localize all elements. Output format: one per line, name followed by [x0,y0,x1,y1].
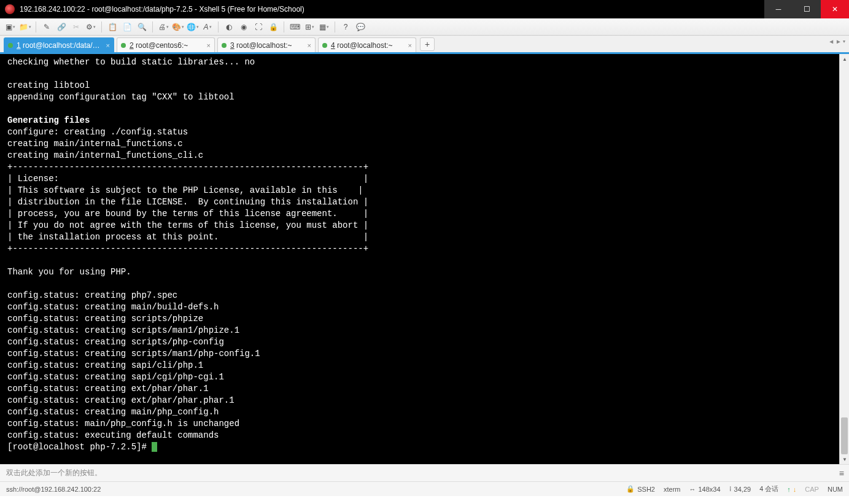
status-bar: ssh://root@192.168.242.100:22 🔒SSH2 xter… [0,481,849,496]
status-sessions: 4 会话 [759,484,778,494]
tab-label: 2 root@centos6:~ [130,41,204,50]
separator [36,21,36,33]
tab-close-button[interactable]: × [408,42,412,49]
terminal-output: configure: creating ./config.status crea… [7,127,368,440]
app-icon [5,4,15,14]
cursor [152,442,157,452]
open-button[interactable]: 📁▾ [18,20,32,34]
link-button[interactable]: 🔗 [55,20,68,34]
fullscreen-button[interactable]: ⛶ [252,20,265,34]
tab-label: 4 root@localhost:~ [331,41,406,50]
download-icon: ↓ [793,486,797,493]
quick-command-bar[interactable]: 双击此处添加一个新的按钮。 ≡ [0,464,849,481]
toggle1-button[interactable]: ◐ [222,20,236,34]
minimize-button[interactable]: ─ [764,0,793,18]
session-tab-4[interactable]: 4 root@localhost:~× [318,37,416,52]
tab-close-button[interactable]: × [106,42,110,49]
feedback-button[interactable]: 💬 [354,20,367,34]
connection-status-icon [222,43,227,48]
terminal-output: checking whether to build static librari… [7,57,255,102]
add-tab-button[interactable]: + [420,37,435,51]
color-button[interactable]: 🎨▾ [171,20,185,34]
tab-close-button[interactable]: × [308,42,311,49]
terminal-prompt: [root@localhost php-7.2.5]# [7,442,152,452]
help-button[interactable]: ? [339,20,352,34]
status-size: ↔148x34 [689,486,721,493]
terminal-heading: Generating files [7,115,90,125]
separator [152,21,153,33]
status-protocol: 🔒SSH2 [626,485,655,493]
separator [335,21,335,33]
tab-nav[interactable]: ◄ ► ▾ [828,38,845,45]
scrollbar[interactable]: ▲ ▼ [839,54,849,464]
connection-status-icon [8,43,13,48]
tab-prev-icon[interactable]: ◄ [828,38,834,45]
cursor-pos-icon: ⁞ [729,485,732,493]
window-title: 192.168.242.100:22 - root@localhost:/dat… [20,5,764,14]
highlight-button[interactable]: ✎ [40,20,53,34]
connection-status-icon [322,43,327,48]
session-tab-1[interactable]: 1 root@localhost:/data/php-...× [4,37,114,52]
properties-button[interactable]: ⚙▾ [84,20,98,34]
status-caps: CAP [805,486,819,493]
status-num: NUM [828,486,843,493]
upload-icon: ↑ [787,486,791,493]
tab-bar: 1 root@localhost:/data/php-...×2 root@ce… [0,36,849,53]
keyboard-button[interactable]: ⌨ [288,20,301,34]
font-button[interactable]: A▾ [201,20,214,34]
tab-next-icon[interactable]: ► [835,38,842,45]
print-button[interactable]: 🖨▾ [157,20,170,34]
paste-button[interactable]: 📄 [120,20,134,34]
new-session-button[interactable]: ▣▾ [4,20,17,34]
disconnect-button[interactable]: ✂ [69,20,83,34]
maximize-button[interactable]: ☐ [793,0,821,18]
scroll-track[interactable] [840,64,849,454]
tab-label: 3 root@localhost:~ [230,41,305,50]
tab-menu-icon[interactable]: ▾ [843,39,845,44]
close-button[interactable]: ✕ [821,0,849,18]
lock-button[interactable]: 🔒 [266,20,280,34]
scroll-thumb[interactable] [841,417,848,454]
quickbar-menu-icon[interactable]: ≡ [839,468,844,478]
compass-button[interactable]: ◉ [237,20,250,34]
tab-label: 1 root@localhost:/data/php-... [17,41,104,50]
encoding-button[interactable]: 🌐▾ [186,20,200,34]
title-bar: 192.168.242.100:22 - root@localhost:/dat… [0,0,849,18]
separator [218,21,219,33]
status-position: ⁞34,29 [729,485,751,493]
terminal[interactable]: checking whether to build static librari… [0,54,839,464]
lock-icon: 🔒 [626,485,635,493]
toolbar: ▣▾ 📁▾ ✎ 🔗 ✂ ⚙▾ 📋 📄 🔍 🖨▾ 🎨▾ 🌐▾ A▾ ◐ ◉ ⛶ 🔒… [0,18,849,36]
scroll-down-button[interactable]: ▼ [840,454,849,464]
layout-button[interactable]: ▦▾ [317,20,331,34]
status-transfer: ↑↓ [787,486,796,493]
terminal-area: checking whether to build static librari… [0,53,849,464]
separator [284,21,284,33]
session-tab-2[interactable]: 2 root@centos6:~× [117,37,215,52]
size-icon: ↔ [689,486,696,493]
quickbar-hint: 双击此处添加一个新的按钮。 [6,468,102,478]
tab-close-button[interactable]: × [207,42,211,49]
connection-status-icon [121,43,126,48]
status-term: xterm [664,486,681,493]
session-tab-3[interactable]: 3 root@localhost:~× [217,37,316,52]
status-connection: ssh://root@192.168.242.100:22 [6,486,618,493]
copy-button[interactable]: 📋 [106,20,119,34]
separator [101,21,102,33]
scroll-up-button[interactable]: ▲ [840,54,849,64]
find-button[interactable]: 🔍 [135,20,149,34]
add-panel-button[interactable]: ⊞▾ [303,20,316,34]
